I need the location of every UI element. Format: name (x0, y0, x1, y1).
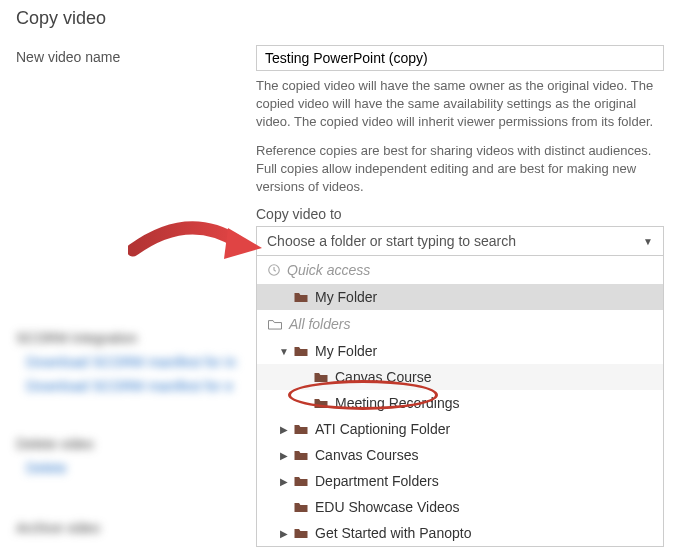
copy-to-label: Copy video to (256, 206, 664, 222)
folder-my-folder-quick[interactable]: My Folder (257, 284, 663, 310)
clock-icon (267, 263, 281, 277)
copy-info-text: The copied video will have the same owne… (256, 77, 664, 196)
folder-icon (313, 397, 329, 410)
folder-dropdown-placeholder: Choose a folder or start typing to searc… (267, 233, 516, 249)
folder-ati-captioning[interactable]: ▶ ATI Captioning Folder (257, 416, 663, 442)
folder-icon (293, 423, 309, 436)
folder-canvas-course[interactable]: Canvas Course (257, 364, 663, 390)
folder-edu-showcase[interactable]: EDU Showcase Videos (257, 494, 663, 520)
folder-my-folder[interactable]: ▼ My Folder (257, 338, 663, 364)
new-video-name-input[interactable] (256, 45, 664, 71)
archive-section-blurred: Archive video (16, 520, 100, 544)
folder-icon (313, 371, 329, 384)
folder-canvas-courses[interactable]: ▶ Canvas Courses (257, 442, 663, 468)
scorm-section-blurred: SCORM integration Download SCORM manifes… (16, 330, 236, 402)
all-folders-header: All folders (257, 310, 663, 338)
folder-icon (293, 291, 309, 304)
delete-section-blurred: Delete video Delete (16, 436, 94, 484)
caret-right-icon[interactable]: ▶ (277, 528, 291, 539)
chevron-down-icon: ▼ (643, 236, 653, 247)
folder-icon (293, 501, 309, 514)
folder-dropdown[interactable]: Choose a folder or start typing to searc… (256, 226, 664, 256)
folder-department-folders[interactable]: ▶ Department Folders (257, 468, 663, 494)
caret-right-icon[interactable]: ▶ (277, 476, 291, 487)
folder-icon (293, 449, 309, 462)
folder-get-started[interactable]: ▶ Get Started with Panopto (257, 520, 663, 546)
folder-meeting-recordings[interactable]: Meeting Recordings (257, 390, 663, 416)
new-name-label: New video name (16, 45, 256, 65)
page-title: Copy video (16, 8, 664, 29)
folder-outline-icon (267, 318, 283, 331)
folder-icon (293, 527, 309, 540)
folder-list: Quick access My Folder All folders ▼ My … (256, 256, 664, 547)
caret-right-icon[interactable]: ▶ (277, 450, 291, 461)
quick-access-header: Quick access (257, 256, 663, 284)
folder-icon (293, 475, 309, 488)
caret-right-icon[interactable]: ▶ (277, 424, 291, 435)
folder-icon (293, 345, 309, 358)
caret-down-icon[interactable]: ▼ (277, 346, 291, 357)
